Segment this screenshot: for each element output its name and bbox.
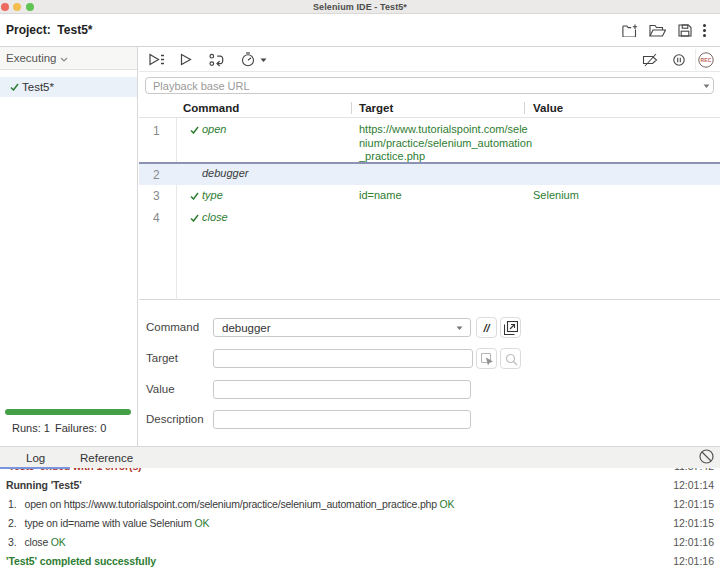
svg-text:REC: REC xyxy=(700,57,711,63)
